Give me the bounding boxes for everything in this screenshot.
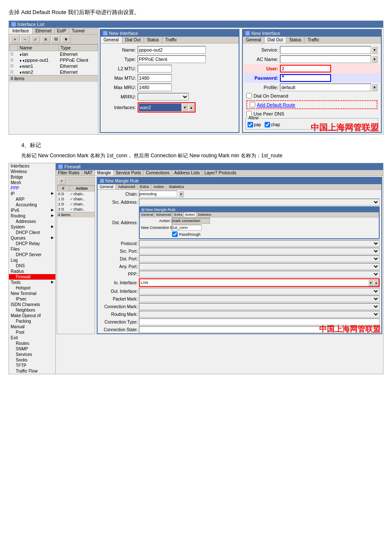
check-button[interactable]: ✓ [31, 35, 40, 43]
tab-ethernet[interactable]: Ethernet [33, 28, 55, 34]
fw-add-btn[interactable]: + [58, 178, 66, 185]
in-iface-input[interactable] [140, 279, 368, 286]
sidebar-item-packing[interactable]: Packing [9, 318, 55, 324]
table-row[interactable]: R ⬧lan Ethernet [9, 51, 98, 58]
fw-tab-addresslists[interactable]: Address Lists [172, 170, 202, 176]
sidebar-item-make-dpeout[interactable]: Make Dpeout rif [9, 313, 55, 318]
fw-tab-connections[interactable]: Connections [144, 170, 172, 176]
passthrough-checkbox[interactable] [172, 231, 178, 237]
fw-rule-row[interactable]: 3 D ✓chain.. [58, 207, 95, 212]
sidebar-item-services[interactable]: Services [9, 352, 55, 357]
sidebar-item-mesh[interactable]: Mesh [9, 180, 55, 185]
fw-rule-row[interactable]: 0 D ✓chain.. [58, 191, 95, 197]
tab-general-right[interactable]: General [243, 37, 265, 43]
protocol-select[interactable] [139, 240, 380, 247]
chain-dropdown[interactable]: ▼ [179, 191, 184, 197]
sidebar-item-accounting[interactable]: Accounting [9, 202, 55, 208]
sidebar-item-exit[interactable]: Exit [9, 335, 55, 341]
copy-button[interactable]: ⧉ [51, 35, 61, 43]
sidebar-item-pool[interactable]: Pool [9, 330, 55, 335]
table-row[interactable]: R ⬧⬧pppoe-out1 PPPoE Client [9, 57, 98, 63]
chain-input[interactable] [139, 191, 177, 197]
nested-connmark-input[interactable] [172, 225, 202, 231]
table-row[interactable]: R ⬧wan1 Ethernet [9, 63, 98, 69]
sidebar-item-hotspot[interactable]: Hotspot [9, 285, 55, 291]
sidebar-item-isdn[interactable]: ISDN Channels [9, 302, 55, 307]
mrru-select[interactable] [138, 93, 189, 101]
profile-dropdown[interactable]: ▼ [372, 84, 378, 91]
sidebar-item-radius[interactable]: Radius [9, 269, 55, 274]
sidebar-item-firewall[interactable]: Firewall [9, 274, 55, 280]
type-input[interactable] [138, 55, 206, 63]
src-addr-select[interactable] [139, 199, 380, 205]
sidebar-item-snmp[interactable]: SNMP [9, 346, 55, 352]
nested-tab-advanced[interactable]: Advanced [155, 212, 173, 217]
acname-input[interactable] [280, 55, 371, 63]
tab-dialout-left[interactable]: Dial Out [122, 37, 144, 43]
src-port-select[interactable] [139, 248, 380, 254]
fw-tab-layer7[interactable]: Layer7 Protocols [202, 170, 239, 176]
ppp-select[interactable] [139, 271, 380, 278]
filter-button[interactable]: ▼ [61, 35, 71, 43]
sidebar-item-ip[interactable]: IP▶ [9, 191, 55, 197]
fw-rule-row[interactable]: 2 D ✓chain.. [58, 202, 95, 207]
sidebar-item-arp[interactable]: ARP [9, 197, 55, 202]
tab-traffic-right[interactable]: Traffic [305, 37, 322, 43]
mangle-tab-advanced[interactable]: Advanced [116, 184, 138, 189]
nested-tab-extra[interactable]: Extra [173, 212, 184, 217]
mangle-tab-extra[interactable]: Extra [138, 184, 151, 189]
pkt-mark-select[interactable] [139, 295, 380, 302]
sidebar-item-dns[interactable]: DNS [9, 263, 55, 269]
fw-tab-mangle[interactable]: Mangle [95, 170, 114, 176]
sidebar-item-log[interactable]: Log [9, 257, 55, 263]
chap-checkbox[interactable] [265, 122, 270, 127]
out-iface-select[interactable] [139, 288, 380, 295]
sidebar-item-neighbors[interactable]: Neighbors [9, 307, 55, 313]
mangle-tab-action[interactable]: Action [151, 184, 167, 189]
sidebar-item-ipv6[interactable]: IPv6▶ [9, 208, 55, 213]
nested-action-input[interactable] [172, 218, 210, 224]
sidebar-item-bridge[interactable]: Bridge [9, 174, 55, 180]
sidebar-item-routes[interactable]: Routes [9, 341, 55, 346]
maxmtu-input[interactable] [138, 74, 172, 82]
in-iface-up[interactable]: ▲ [374, 279, 379, 286]
acname-dropdown[interactable]: ▼ [372, 55, 378, 63]
in-iface-down[interactable]: ▼ [368, 279, 373, 286]
tab-traffic-left[interactable]: Traffic [162, 37, 180, 43]
mangle-tab-statistics[interactable]: Statistics [167, 184, 186, 189]
password-input[interactable] [280, 74, 331, 82]
tab-tunnel[interactable]: Tunnel [69, 28, 87, 34]
dst-port-select[interactable] [139, 255, 380, 262]
sidebar-item-queues[interactable]: Queues▶ [9, 235, 55, 241]
name-input[interactable] [138, 46, 206, 54]
sidebar-item-tools[interactable]: Tools▶ [9, 280, 55, 285]
maxmru-input[interactable] [138, 84, 172, 91]
l2mtu-input[interactable] [138, 65, 172, 72]
any-port-select[interactable] [139, 263, 380, 270]
tab-status-right[interactable]: Status [286, 37, 305, 43]
sidebar-item-dhcp-relay[interactable]: DHCP Relay [9, 241, 55, 246]
fw-rule-row[interactable]: 1 D ✓chain.. [58, 197, 95, 202]
add-default-route-checkbox[interactable] [250, 102, 255, 107]
interfaces-up-btn[interactable]: ▲ [188, 104, 194, 111]
routing-mark-select[interactable] [139, 311, 380, 318]
nested-tab-general[interactable]: General [140, 212, 155, 217]
tab-general-left[interactable]: General [101, 37, 122, 43]
sidebar-item-dhcp-client[interactable]: DHCP Client [9, 230, 55, 235]
sidebar-item-ipsec[interactable]: IPsec [9, 296, 55, 302]
nested-tab-statistics[interactable]: Statistics [196, 212, 213, 217]
conn-mark-select[interactable] [139, 303, 380, 310]
sidebar-item-addresses[interactable]: Addresses [9, 219, 55, 224]
sidebar-item-socks[interactable]: Socks [9, 357, 55, 363]
add-button[interactable]: + [10, 35, 20, 43]
fw-tab-serviceports[interactable]: Service Ports [114, 170, 144, 176]
sidebar-item-wireless[interactable]: Wireless [9, 169, 55, 174]
sidebar-item-interfaces[interactable]: Interfaces [9, 163, 55, 169]
tab-status-left[interactable]: Status [144, 37, 162, 43]
mangle-tab-general[interactable]: General [98, 184, 116, 189]
sidebar-item-ppp[interactable]: PPP [9, 185, 55, 191]
nested-tab-action[interactable]: Action [184, 212, 196, 217]
x-button[interactable]: ✕ [41, 35, 50, 43]
user-input[interactable] [280, 65, 331, 72]
tab-eoip[interactable]: EoIP [55, 28, 69, 34]
